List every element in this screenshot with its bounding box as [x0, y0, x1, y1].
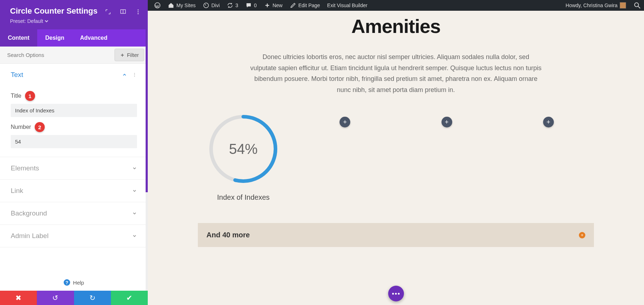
section-admin-label-title: Admin Label	[11, 232, 49, 240]
edit-page-label: Edit Page	[298, 3, 320, 8]
circle-percent: 54%	[208, 113, 279, 185]
chevron-down-icon	[132, 211, 137, 216]
search-icon[interactable]	[633, 1, 641, 9]
page-content: Amenities Donec ultricies lobortis eros,…	[148, 11, 644, 305]
plus-icon	[264, 2, 270, 9]
help-icon: ?	[64, 279, 70, 286]
comments-count: 0	[254, 3, 257, 8]
number-input[interactable]	[11, 135, 137, 148]
cancel-button[interactable]: ✖	[0, 291, 37, 305]
svg-point-7	[134, 73, 135, 74]
section-elements[interactable]: Elements	[0, 157, 148, 179]
bottom-bar: ✖ ↺ ↻ ✔	[0, 291, 148, 305]
updates-count: 3	[235, 3, 238, 8]
svg-point-2	[138, 9, 139, 10]
empty-column-3: +	[401, 113, 492, 202]
svg-point-3	[138, 11, 139, 13]
add-module-button[interactable]: +	[543, 117, 554, 127]
wp-icon	[154, 2, 161, 9]
howdy-label: Howdy, Christina Gwira	[566, 3, 618, 8]
save-button[interactable]: ✔	[111, 291, 148, 305]
tab-design[interactable]: Design	[37, 29, 72, 47]
expand-icon[interactable]	[105, 9, 111, 16]
annotation-badge-1: 1	[25, 91, 35, 101]
pencil-icon	[290, 2, 296, 9]
sidebar-header: Circle Counter Settings Preset: Default	[0, 0, 148, 29]
new-menu[interactable]: New	[260, 2, 286, 9]
svg-point-8	[134, 74, 135, 75]
svg-point-4	[138, 13, 139, 14]
add-module-button[interactable]: +	[340, 117, 350, 127]
section-text-header[interactable]: Text	[0, 64, 148, 86]
options-icon[interactable]	[132, 72, 137, 77]
more-text: And 40 more	[206, 231, 250, 239]
section-link[interactable]: Link	[0, 180, 148, 202]
comments[interactable]: 0	[242, 2, 260, 9]
my-sites[interactable]: My Sites	[164, 2, 199, 9]
title-field-label: Title	[11, 93, 21, 99]
text-section-fields: Title 1 Number 2	[0, 91, 148, 157]
builder-fab[interactable]	[388, 286, 404, 301]
undo-button[interactable]: ↺	[37, 291, 74, 305]
page-description: Donec ultricies lobortis eros, nec aucto…	[249, 52, 543, 95]
search-row: Filter	[0, 47, 148, 64]
expand-icon: +	[579, 232, 585, 238]
preset-label: Preset: Default	[10, 18, 43, 24]
more-icon[interactable]	[135, 9, 141, 16]
redo-button[interactable]: ↻	[74, 291, 111, 305]
empty-column-2: +	[299, 113, 390, 202]
avatar	[620, 2, 626, 9]
divi-label: Divi	[211, 3, 220, 8]
title-input[interactable]	[11, 104, 137, 117]
filter-label: Filter	[127, 52, 139, 58]
section-background[interactable]: Background	[0, 202, 148, 224]
chevron-down-icon	[132, 233, 137, 238]
section-text-title: Text	[11, 71, 23, 79]
svg-line-12	[205, 4, 206, 5]
gauge-icon	[203, 2, 209, 9]
chevron-down-icon	[132, 166, 137, 171]
columns-row: 54% Index of Indexes + + +	[198, 113, 594, 202]
my-sites-label: My Sites	[176, 3, 196, 8]
page-heading: Amenities	[162, 15, 630, 37]
new-label: New	[273, 3, 283, 8]
sidebar-tabs: Content Design Advanced	[0, 29, 148, 47]
circle-counter-title: Index of Indexes	[217, 193, 270, 202]
svg-point-15	[635, 3, 639, 7]
edit-page[interactable]: Edit Page	[286, 2, 324, 9]
section-elements-title: Elements	[11, 164, 39, 172]
wp-logo[interactable]	[151, 2, 164, 9]
tab-content[interactable]: Content	[0, 29, 37, 47]
tab-advanced[interactable]: Advanced	[72, 29, 115, 47]
help-link[interactable]: ? Help	[0, 274, 148, 291]
plus-icon	[120, 53, 125, 58]
add-module-button[interactable]: +	[441, 117, 452, 127]
annotation-badge-2: 2	[35, 122, 45, 132]
chevron-up-icon	[122, 72, 127, 77]
preset-dropdown[interactable]: Preset: Default	[10, 18, 48, 24]
exit-visual-builder[interactable]: Exit Visual Builder	[323, 3, 371, 8]
devices-icon[interactable]	[120, 9, 126, 16]
search-input[interactable]	[0, 47, 114, 63]
svg-point-9	[134, 76, 135, 77]
house-icon	[168, 2, 174, 9]
empty-column-4: +	[503, 113, 594, 202]
svg-line-16	[638, 6, 640, 9]
more-accordion[interactable]: And 40 more +	[198, 223, 594, 247]
number-field-label: Number	[11, 124, 31, 130]
filter-button[interactable]: Filter	[114, 49, 144, 61]
caret-down-icon	[45, 19, 48, 23]
divi-menu[interactable]: Divi	[199, 2, 223, 9]
exit-vb-label: Exit Visual Builder	[327, 3, 367, 8]
wp-admin-bar: My Sites Divi 3 0 New Edit Page Exit Vis…	[148, 0, 644, 11]
comment-icon	[245, 2, 252, 9]
main-area: My Sites Divi 3 0 New Edit Page Exit Vis…	[148, 0, 644, 305]
panel-body: Text Title 1 Number 2	[0, 64, 148, 274]
howdy-user[interactable]: Howdy, Christina Gwira	[562, 2, 630, 9]
section-link-title: Link	[11, 187, 23, 195]
circle-counter-module[interactable]: 54% Index of Indexes	[198, 113, 289, 202]
help-label: Help	[73, 280, 84, 286]
section-admin-label[interactable]: Admin Label	[0, 225, 148, 247]
settings-sidebar: Circle Counter Settings Preset: Default …	[0, 0, 148, 305]
updates[interactable]: 3	[223, 2, 242, 9]
